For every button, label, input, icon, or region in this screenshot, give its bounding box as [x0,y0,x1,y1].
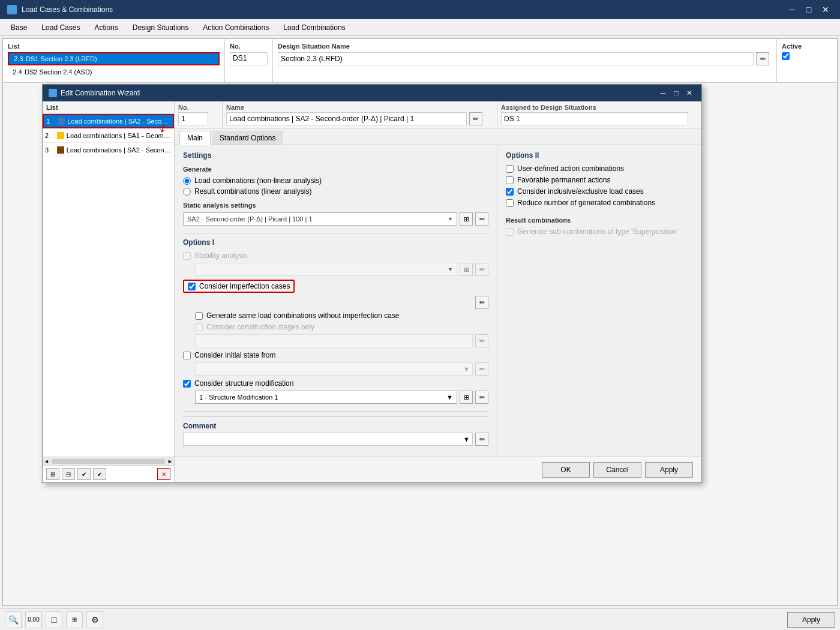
copy-item-btn-2[interactable]: ✔ [93,468,106,480]
grid-tool[interactable]: ⊞ [66,611,83,628]
consider-inclusive-checkbox-item[interactable]: Consider inclusive/exclusive load cases [506,187,693,196]
consider-construction-checkbox-item[interactable]: Consider construction stages only [195,323,488,331]
dialog-maximize-btn[interactable]: □ [670,88,682,98]
add-item-btn-2[interactable]: ⊟ [62,468,75,480]
maximize-button[interactable]: □ [802,4,816,16]
tab-main[interactable]: Main [179,131,211,145]
dialog-list-item-1[interactable]: 1 Load combinations | SA2 - Second-o [43,114,174,128]
reduce-number-checkbox[interactable] [506,199,514,207]
search-tool[interactable]: 🔍 [5,611,22,628]
static-new-button[interactable]: ⊞ [460,212,473,226]
item-color-3 [57,146,64,154]
scroll-thumb[interactable] [52,459,165,464]
close-button[interactable]: ✕ [818,4,833,16]
favorable-checkbox-item[interactable]: Favorable permanent actions [506,176,693,184]
menu-actions[interactable]: Actions [88,21,124,34]
imperfection-edit-btn[interactable]: ✏ [475,296,488,309]
construction-btn[interactable]: ✏ [475,334,488,347]
favorable-checkbox[interactable] [506,176,514,184]
stability-checkbox-item[interactable]: Stability analysis [183,251,488,260]
scroll-left-arrow[interactable]: ◄ [43,458,50,464]
design-name-input[interactable] [278,52,754,65]
scroll-right-arrow[interactable]: ► [166,458,174,464]
comment-edit-btn[interactable]: ✏ [475,433,488,446]
consider-inclusive-checkbox[interactable] [506,188,514,196]
dialog-title-bar: Edit Combination Wizard ─ □ ✕ [43,85,701,101]
menu-load-cases[interactable]: Load Cases [35,21,86,34]
generate-sub-checkbox-item[interactable]: Generate sub-combinations of type 'Super… [506,227,693,236]
structure-mod-edit-btn[interactable]: ✏ [475,391,488,404]
consider-structure-checkbox[interactable] [183,380,191,388]
dialog-minimize-btn[interactable]: ─ [657,88,669,98]
structure-mod-combo[interactable]: 1 - Structure Modification 1 ▼ [195,391,457,404]
generate-sub-checkbox [506,228,514,236]
comment-section: Comment ▼ ✏ [183,416,488,451]
user-defined-checkbox[interactable] [506,165,514,173]
consider-initial-checkbox-item[interactable]: Consider initial state from [183,351,488,359]
name-edit-button[interactable]: ✏ [469,112,482,125]
dialog-list-item-2[interactable]: 2 Load combinations | SA1 - Geometri [43,128,174,143]
menu-base[interactable]: Base [5,21,33,34]
stability-edit-btn[interactable]: ✏ [475,263,488,276]
delete-item-btn[interactable]: ✕ [157,468,170,480]
item-text-3: Load combinations | SA2 - Second-o [67,146,172,154]
stability-new-btn[interactable]: ⊞ [460,263,473,276]
copy-item-btn[interactable]: ✔ [77,468,91,480]
structure-mod-row: 1 - Structure Modification 1 ▼ ⊞ ✏ [195,391,488,404]
radio-load-combinations[interactable]: Load combinations (non-linear analysis) [183,176,488,185]
consider-initial-checkbox[interactable] [183,352,191,359]
static-analysis-row: SA2 - Second-order (P-Δ) | Picard | 100 … [183,212,488,226]
number-tool[interactable]: 0.00 [25,611,42,628]
list-row-num-1: 2.3 [11,55,26,62]
settings-tool[interactable]: ⚙ [86,611,103,628]
generate-radio-group: Load combinations (non-linear analysis) … [183,176,488,196]
menu-load-combinations[interactable]: Load Combinations [277,21,351,34]
box-tool[interactable]: □ [46,611,62,628]
dialog-ok-button[interactable]: OK [542,462,590,478]
consider-imperfection-checkbox[interactable] [188,283,196,290]
no-field-input[interactable] [178,112,208,125]
comment-input[interactable]: ▼ [183,433,473,446]
horizontal-scrollbar[interactable]: ◄ ► [43,457,174,465]
consider-imperfection-checkbox-item[interactable]: Consider imperfection cases [183,280,295,293]
dialog-header-row: No. Name ✏ Assigned to Design Situat [175,101,701,128]
tab-content: Settings Generate Load combinations (non… [175,145,701,457]
list-row-ds1[interactable]: 2.3 DS1 Section 2.3 (LRFD) [8,52,220,65]
dialog-list-item-3[interactable]: 3 Load combinations | SA2 - Second-o [43,143,174,157]
edit-combination-dialog: Edit Combination Wizard ─ □ ✕ List 1 Loa… [42,84,702,483]
dialog-apply-button[interactable]: Apply [645,462,693,478]
consider-imperfection-label: Consider imperfection cases [199,282,290,290]
options-i-label: Options I [183,238,488,247]
list-row-ds2[interactable]: 2.4 DS2 Section 2.4 (ASD) [8,65,220,79]
name-field-input[interactable] [226,112,467,125]
stability-combo: ▼ [195,263,457,276]
static-edit-button[interactable]: ✏ [475,212,488,226]
title-bar: Load Cases & Combinations ─ □ ✕ [0,0,840,19]
main-active-section: Active [777,39,837,82]
menu-design-situations[interactable]: Design Situations [127,21,194,34]
tab-standard-options[interactable]: Standard Options [212,131,283,145]
radio-result-input[interactable] [183,188,191,196]
dialog-cancel-button[interactable]: Cancel [593,462,641,478]
structure-mod-new-btn[interactable]: ⊞ [460,391,473,404]
add-item-btn[interactable]: ⊞ [46,468,59,480]
generate-same-checkbox[interactable] [195,312,203,320]
radio-result-combinations[interactable]: Result combinations (linear analysis) [183,187,488,196]
dialog-close-btn[interactable]: ✕ [683,88,695,98]
bottom-icon-bar: 🔍 0.00 □ ⊞ ⚙ Apply [0,608,840,630]
consider-initial-label: Consider initial state from [194,351,275,359]
consider-structure-checkbox-item[interactable]: Consider structure modification [183,379,488,388]
radio-load-input[interactable] [183,177,191,185]
generate-same-checkbox-item[interactable]: Generate same load combinations without … [195,311,488,320]
minimize-button[interactable]: ─ [785,4,799,16]
assigned-field-input[interactable] [501,112,688,125]
active-checkbox[interactable] [782,52,790,60]
item-color-1 [58,118,65,125]
main-apply-button[interactable]: Apply [787,612,835,628]
design-name-edit-button[interactable]: ✏ [756,52,769,65]
user-defined-checkbox-item[interactable]: User-defined action combinations [506,164,693,173]
reduce-number-checkbox-item[interactable]: Reduce number of generated combinations [506,199,693,207]
initial-state-btn[interactable]: ✏ [475,362,488,376]
menu-action-combinations[interactable]: Action Combinations [197,21,275,34]
static-analysis-combo[interactable]: SA2 - Second-order (P-Δ) | Picard | 100 … [183,212,457,226]
